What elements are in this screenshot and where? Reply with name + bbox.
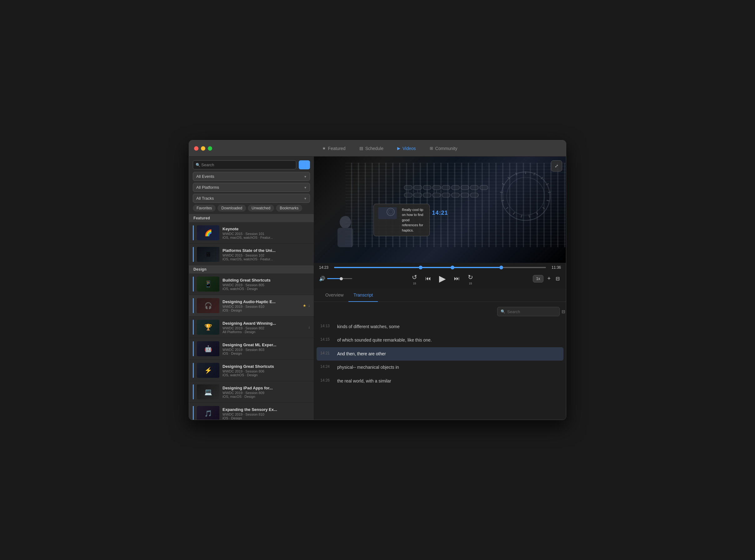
rewind-button[interactable]: ↺	[411, 272, 418, 282]
speed-button[interactable]: 1x	[533, 275, 544, 282]
volume-track[interactable]	[327, 278, 352, 279]
transcript-tabs: Overview Transcript	[314, 289, 566, 302]
list-item[interactable]: 🌈 Keynote WWDC 2015 · Session 101 iOS, m…	[189, 222, 314, 244]
list-item[interactable]: 💻 Designing iPad Apps for... WWDC 2019 ·…	[189, 381, 314, 403]
events-dropdown[interactable]: All Events	[193, 172, 310, 181]
transcript-content: 🔍 ⊟ 14:13 kinds of different watches, so…	[314, 302, 566, 420]
rewind-wrap: ↺ 15	[411, 272, 418, 285]
svg-rect-32	[404, 193, 412, 197]
session-title: Designing Award Winning...	[222, 321, 306, 326]
tooltip-text: Really cool tip on how to find good refe…	[402, 207, 425, 233]
list-item[interactable]: 📱 Building Great Shortcuts WWDC 2019 · S…	[189, 274, 314, 295]
expand-button[interactable]: ⤢	[551, 160, 562, 172]
section-header-featured: Featured	[189, 214, 314, 222]
close-button[interactable]	[194, 146, 198, 151]
play-button[interactable]: ▶	[438, 272, 447, 285]
session-accent	[193, 341, 194, 356]
filter-bookmarks[interactable]: Bookmarks	[276, 205, 302, 212]
transcript-line[interactable]: 14:15 of which sounded quite remarkable,…	[320, 334, 560, 347]
session-info: Keynote WWDC 2015 · Session 101 iOS, mac…	[222, 226, 310, 239]
sidebar-list: Featured 🌈 Keynote WWDC 2015 · Session 1…	[189, 214, 314, 420]
transcript-line[interactable]: 14:26 the real world, with a similar	[320, 374, 560, 388]
current-time: 14:23	[319, 265, 331, 270]
app-window: ★ Featured ▤ Schedule ▶ Videos ⊞ Communi…	[189, 140, 566, 420]
svg-line-12	[513, 213, 515, 215]
featured-icon: ★	[322, 146, 326, 151]
list-item[interactable]: 🏆 Designing Award Winning... WWDC 2019 ·…	[189, 317, 314, 338]
tracks-dropdown-container: All Tracks ▼	[193, 194, 310, 203]
tab-community[interactable]: ⊞ Community	[427, 145, 460, 152]
volume-thumb[interactable]	[340, 277, 343, 280]
progress-thumb-1[interactable]	[419, 266, 422, 269]
search-icon: 🔍	[196, 163, 200, 167]
transcript-text: the real world, with a similar	[337, 378, 391, 384]
filter-unwatched[interactable]: Unwatched	[248, 205, 274, 212]
session-thumbnail: 🏆	[197, 320, 219, 335]
volume-fill	[327, 278, 340, 279]
list-item[interactable]: ⚡ Designing Great Shortcuts WWDC 2019 · …	[189, 360, 314, 381]
tracks-dropdown[interactable]: All Tracks	[193, 194, 310, 203]
prev-button[interactable]: ⏮	[424, 274, 432, 283]
session-meta-2: iOS, watchOS · Design	[222, 287, 310, 291]
forward-wrap: ↻ 15	[466, 272, 474, 285]
session-info: Designing Award Winning... WWDC 2019 · S…	[222, 321, 306, 334]
transcript-text: physical-- mechanical objects in	[337, 364, 399, 371]
progress-thumb-3[interactable]	[499, 266, 503, 269]
rewind-label: 15	[413, 282, 416, 285]
tab-transcript[interactable]: Transcript	[349, 289, 378, 302]
svg-rect-22	[433, 185, 441, 190]
community-icon: ⊞	[430, 146, 433, 151]
tab-schedule[interactable]: ▤ Schedule	[357, 145, 386, 152]
svg-line-15	[500, 192, 502, 193]
transcript-filter-icon[interactable]: ⊟	[561, 309, 565, 314]
svg-point-40	[340, 216, 351, 228]
maximize-button[interactable]	[208, 146, 212, 151]
svg-line-10	[529, 215, 530, 218]
next-button[interactable]: ⏭	[453, 274, 461, 283]
add-bookmark-button[interactable]: +	[546, 274, 552, 283]
video-tooltip: Really cool tip on how to find good refe…	[374, 204, 430, 237]
svg-rect-20	[414, 185, 421, 190]
transcript-line[interactable]: 14:24 physical-- mechanical objects in	[320, 361, 560, 374]
progress-thumb-2[interactable]	[451, 266, 454, 269]
tab-videos[interactable]: ▶ Videos	[395, 145, 418, 152]
transcript-search-box: 🔍 ⊟	[497, 307, 560, 316]
search-button[interactable]	[299, 160, 310, 169]
tab-overview[interactable]: Overview	[320, 289, 349, 302]
session-info: Designing iPad Apps for... WWDC 2019 · S…	[222, 386, 310, 398]
session-meta-1: WWDC 2019 · Session 803	[222, 348, 310, 352]
session-meta-1: WWDC 2015 · Session 102	[222, 254, 310, 257]
session-meta-2: All Platforms · Design	[222, 330, 306, 334]
svg-rect-26	[470, 185, 478, 190]
session-accent	[193, 363, 194, 378]
session-meta-2: iOS · Design	[222, 308, 301, 312]
transcript-line[interactable]: 14:13 kinds of different watches, some	[320, 320, 560, 334]
filter-favorites[interactable]: Favorites	[193, 205, 216, 212]
section-header-design: Design	[189, 265, 314, 274]
svg-line-6	[548, 192, 551, 193]
filter-downloaded[interactable]: Downloaded	[218, 205, 246, 212]
minimize-button[interactable]	[201, 146, 205, 151]
center-controls: ↺ 15 ⏮ ▶ ⏭ ↻ 15	[355, 272, 530, 285]
video-frame: Really cool tip on how to find good refe…	[314, 157, 566, 263]
progress-track[interactable]	[334, 267, 546, 268]
transcript-text: And then, there are other	[337, 350, 386, 357]
svg-rect-41	[338, 228, 353, 247]
airplay-button[interactable]: ⊟	[554, 274, 561, 283]
platforms-dropdown[interactable]: All Platforms	[193, 183, 310, 192]
list-item[interactable]: 🖥 Platforms State of the Uni... WWDC 201…	[189, 244, 314, 265]
session-info: Building Great Shortcuts WWDC 2019 · Ses…	[222, 278, 310, 291]
transcript-search-input[interactable]	[507, 309, 560, 314]
list-item[interactable]: 🎧 Designing Audio-Haptic E... WWDC 2019 …	[189, 295, 314, 317]
nav-tabs: ★ Featured ▤ Schedule ▶ Videos ⊞ Communi…	[218, 145, 561, 152]
list-item[interactable]: 🤖 Designing Great ML Exper... WWDC 2019 …	[189, 338, 314, 360]
transcript-line-active[interactable]: 14:21 And then, there are other	[317, 347, 563, 361]
forward-button[interactable]: ↻	[466, 272, 474, 282]
search-input[interactable]	[193, 160, 296, 169]
tab-featured[interactable]: ★ Featured	[320, 145, 348, 152]
svg-line-8	[542, 207, 544, 209]
events-dropdown-container: All Events ▼	[193, 172, 310, 181]
tab-community-label: Community	[435, 146, 457, 151]
list-item[interactable]: 🎵 Expanding the Sensory Ex... WWDC 2019 …	[189, 403, 314, 420]
transcript-search-row: 🔍 ⊟	[320, 307, 560, 316]
